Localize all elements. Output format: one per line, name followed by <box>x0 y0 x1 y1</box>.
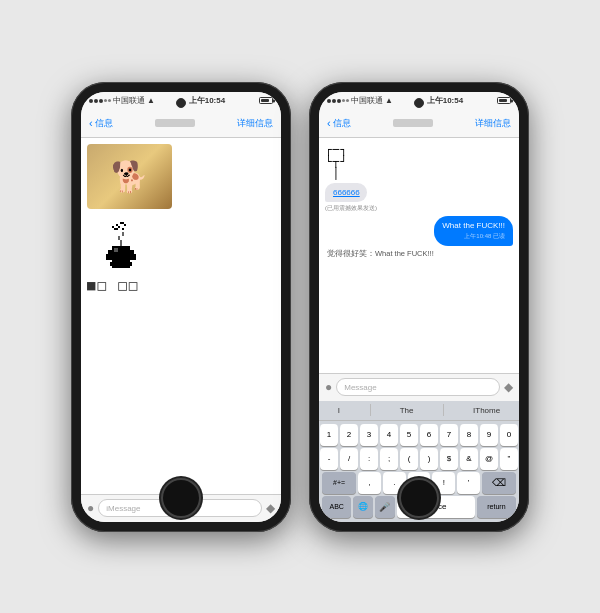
key-oparen[interactable]: ( <box>400 448 418 470</box>
key-1[interactable]: 1 <box>320 424 338 446</box>
camera-icon-left[interactable]: ● <box>87 501 94 515</box>
key-6[interactable]: 6 <box>420 424 438 446</box>
key-exclaim[interactable]: ! <box>432 472 455 494</box>
carrier-left: 中国联通 <box>113 95 145 106</box>
bubble-wtf: What the FUCK!!! 上午10:48 已读 <box>434 216 513 246</box>
back-label-left: 信息 <box>95 117 113 130</box>
key-backspace[interactable]: ⌫ <box>482 472 516 494</box>
mic-icon-right[interactable]: ◆ <box>504 380 513 394</box>
chat-area-right: ┌─┐ └┬┘ │ 666666 (已用震撼效果发送) What the FUC… <box>319 138 519 373</box>
wifi-icon-left: ▲ <box>147 96 155 105</box>
key-8[interactable]: 8 <box>460 424 478 446</box>
svg-rect-8 <box>114 228 118 230</box>
back-button-left[interactable]: ‹ 信息 <box>89 117 113 130</box>
key-hash[interactable]: #+= <box>322 472 356 494</box>
key-4[interactable]: 4 <box>380 424 398 446</box>
action-text: 觉得很好笑：What the FUCK!!! <box>325 249 436 259</box>
svg-rect-13 <box>112 226 114 228</box>
cursor-art: ■□ □□ <box>87 277 157 302</box>
message-input-bar-left: ● iMessage ◆ <box>81 494 281 522</box>
screen-right: 中国联通 ▲ 上午10:54 ‹ 信息 详细信息 <box>319 92 519 522</box>
camera-icon-right[interactable]: ● <box>325 380 332 394</box>
key-cparen[interactable]: ) <box>420 448 438 470</box>
status-bar-left: 中国联通 ▲ 上午10:54 <box>81 92 281 110</box>
bubble-wtf-time: 上午10:48 已读 <box>442 232 505 241</box>
keyboard: 1 2 3 4 5 6 7 8 9 0 - / : ; ( <box>319 421 519 522</box>
key-dash[interactable]: - <box>320 448 338 470</box>
svg-rect-5 <box>120 240 122 246</box>
message-placeholder-left: iMessage <box>106 504 140 513</box>
key-colon[interactable]: : <box>360 448 378 470</box>
nav-detail-right[interactable]: 详细信息 <box>475 117 511 130</box>
key-2[interactable]: 2 <box>340 424 358 446</box>
key-3[interactable]: 3 <box>360 424 378 446</box>
key-mic[interactable]: 🎤 <box>375 496 395 518</box>
signal-dot-r3 <box>337 99 341 103</box>
suggestion-3[interactable]: IThome <box>473 406 500 415</box>
key-abc[interactable]: ABC <box>322 496 351 518</box>
phone-left: 中国联通 ▲ 上午10:54 ‹ 信息 详细信息 <box>71 82 291 532</box>
signal-dot-r4 <box>342 99 345 102</box>
screen-left: 中国联通 ▲ 上午10:54 ‹ 信息 详细信息 <box>81 92 281 522</box>
signal-dot-4 <box>104 99 107 102</box>
signal-dot-3 <box>99 99 103 103</box>
svg-rect-15 <box>114 248 118 252</box>
wifi-icon-right: ▲ <box>385 96 393 105</box>
key-period[interactable]: . <box>383 472 406 494</box>
contact-name-placeholder-left <box>155 119 195 127</box>
key-at[interactable]: @ <box>480 448 498 470</box>
signal-dot-5 <box>108 99 111 102</box>
key-dollar[interactable]: $ <box>440 448 458 470</box>
chevron-left-icon-right: ‹ <box>327 117 331 129</box>
message-input-right[interactable]: Message <box>336 378 500 396</box>
key-return[interactable]: return <box>477 496 516 518</box>
nav-bar-right: ‹ 信息 详细信息 <box>319 110 519 138</box>
key-space[interactable]: space <box>397 496 475 518</box>
key-9[interactable]: 9 <box>480 424 498 446</box>
keyboard-row-3: #+= , . ? ! ' ⌫ <box>322 472 516 494</box>
key-question[interactable]: ? <box>408 472 431 494</box>
key-comma[interactable]: , <box>358 472 381 494</box>
message-input-bar-right: ● Message ◆ <box>319 373 519 401</box>
chat-area-left: ■□ □□ <box>81 138 281 494</box>
battery-icon-right <box>497 97 511 104</box>
battery-icon-left <box>259 97 273 104</box>
suggestions-bar: I The IThome <box>319 401 519 421</box>
nav-bar-left: ‹ 信息 详细信息 <box>81 110 281 138</box>
bubble-left-container: 666666 (已用震撼效果发送) <box>325 183 377 213</box>
key-slash[interactable]: / <box>340 448 358 470</box>
key-0[interactable]: 0 <box>500 424 518 446</box>
message-placeholder-right: Message <box>344 383 376 392</box>
bubble-666-text: 666666 <box>333 188 360 197</box>
status-left: 中国联通 ▲ <box>89 95 155 106</box>
status-right-left <box>259 97 273 104</box>
key-quote[interactable]: " <box>500 448 518 470</box>
keyboard-row-2: - / : ; ( ) $ & @ " <box>322 448 516 470</box>
bomb-image <box>87 213 147 273</box>
key-apos[interactable]: ' <box>457 472 480 494</box>
back-button-right[interactable]: ‹ 信息 <box>327 117 351 130</box>
key-amp[interactable]: & <box>460 448 478 470</box>
svg-rect-6 <box>118 236 120 240</box>
suggestion-1[interactable]: I <box>338 406 340 415</box>
key-7[interactable]: 7 <box>440 424 458 446</box>
mic-icon-left[interactable]: ◆ <box>266 501 275 515</box>
svg-rect-2 <box>106 254 136 260</box>
signal-dot-r5 <box>346 99 349 102</box>
suggestion-2[interactable]: The <box>400 406 414 415</box>
pixel-arrow-art: ┌─┐ └┬┘ │ <box>325 144 348 180</box>
key-semi[interactable]: ; <box>380 448 398 470</box>
svg-rect-4 <box>112 266 130 268</box>
key-5[interactable]: 5 <box>400 424 418 446</box>
arrow-line-1: ┌─┐ <box>325 144 348 156</box>
nav-detail-left[interactable]: 详细信息 <box>237 117 273 130</box>
contact-name-placeholder-right <box>393 119 433 127</box>
svg-rect-10 <box>122 228 124 230</box>
nav-contact-right <box>393 119 433 127</box>
signal-dot-2 <box>94 99 98 103</box>
nav-contact-left <box>155 119 195 127</box>
message-input-left[interactable]: iMessage <box>98 499 262 517</box>
suggestion-sep-1 <box>370 404 371 416</box>
key-globe[interactable]: 🌐 <box>353 496 373 518</box>
carrier-right: 中国联通 <box>351 95 383 106</box>
